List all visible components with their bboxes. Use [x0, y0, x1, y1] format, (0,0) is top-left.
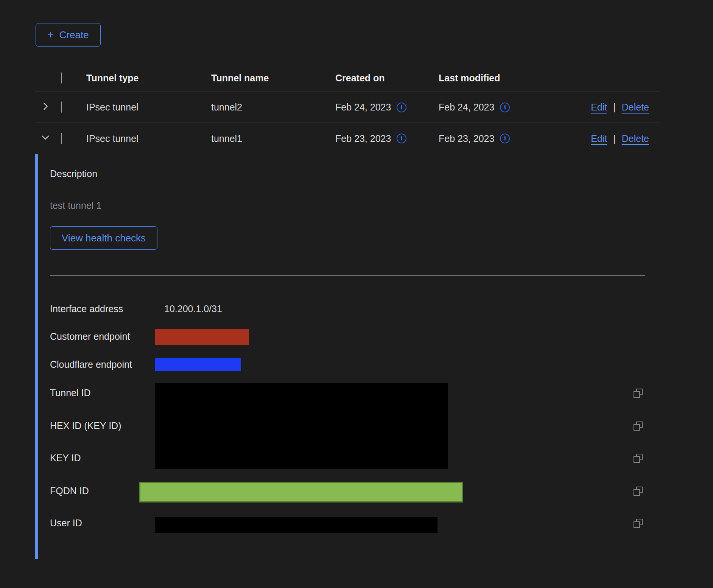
cell-created-on: Feb 23, 2023	[335, 133, 391, 144]
expanded-row-accent-bar	[35, 154, 38, 559]
section-divider	[50, 275, 645, 275]
tunnels-page: + Create Tunnel type Tunnel name Created…	[35, 0, 660, 559]
header-tunnel-type: Tunnel type	[86, 73, 211, 84]
plus-icon: +	[47, 29, 54, 40]
user-id-label: User ID	[50, 518, 82, 528]
copy-icon[interactable]	[633, 421, 643, 431]
description-label: Description	[50, 168, 97, 179]
table-row-tunnel1: IPsec tunnel tunnel1 Feb 23, 2023 i Feb …	[35, 123, 660, 154]
cell-tunnel-type: IPsec tunnel	[86, 133, 211, 144]
header-last-modified: Last modified	[439, 73, 548, 84]
fqdn-id-label: FQDN ID	[50, 485, 89, 496]
info-icon[interactable]: i	[500, 103, 510, 112]
copy-icon[interactable]	[633, 518, 643, 529]
edit-link[interactable]: Edit	[591, 133, 607, 144]
interface-address-value: 10.200.1.0/31	[164, 303, 222, 314]
action-separator: |	[613, 133, 616, 144]
info-icon[interactable]: i	[500, 134, 510, 143]
tunnel-detail-panel: Description test tunnel 1 View health ch…	[35, 154, 660, 559]
select-all-checkbox[interactable]	[61, 72, 62, 84]
cloudflare-endpoint-label: Cloudflare endpoint	[50, 359, 132, 370]
tunnels-table: Tunnel type Tunnel name Created on Last …	[35, 64, 660, 559]
delete-link[interactable]: Delete	[622, 102, 649, 113]
create-button-label: Create	[59, 29, 89, 41]
cell-tunnel-name: tunnel2	[211, 102, 335, 113]
copy-icon[interactable]	[633, 486, 643, 496]
customer-endpoint-label: Customer endpoint	[50, 331, 130, 342]
table-header-row: Tunnel type Tunnel name Created on Last …	[35, 64, 660, 92]
copy-icon[interactable]	[633, 388, 643, 398]
view-health-checks-label: View health checks	[62, 232, 146, 244]
edit-link[interactable]: Edit	[591, 102, 607, 113]
cell-last-modified: Feb 23, 2023	[439, 133, 494, 144]
action-separator: |	[613, 102, 616, 113]
cell-last-modified: Feb 24, 2023	[439, 102, 494, 113]
cell-created-on: Feb 24, 2023	[335, 102, 391, 113]
delete-link[interactable]: Delete	[622, 133, 649, 144]
info-icon[interactable]: i	[397, 134, 406, 143]
header-tunnel-name: Tunnel name	[211, 73, 335, 84]
description-value: test tunnel 1	[50, 200, 101, 211]
cloudflare-endpoint-redacted-value	[155, 358, 241, 371]
chevron-right-icon[interactable]	[40, 101, 51, 112]
view-health-checks-button[interactable]: View health checks	[50, 226, 157, 250]
create-button[interactable]: + Create	[36, 23, 101, 47]
customer-endpoint-redacted-value	[155, 329, 249, 345]
hex-id-label: HEX ID (KEY ID)	[50, 420, 121, 431]
fqdn-id-redacted-value	[139, 482, 463, 502]
cell-tunnel-type: IPsec tunnel	[86, 102, 211, 113]
table-row-tunnel2: IPsec tunnel tunnel2 Feb 24, 2023 i Feb …	[35, 92, 660, 123]
row-checkbox[interactable]	[61, 133, 62, 144]
header-created-on: Created on	[335, 73, 439, 84]
key-id-label: KEY ID	[50, 453, 81, 463]
copy-icon[interactable]	[633, 453, 643, 464]
tunnel-id-label: Tunnel ID	[50, 387, 90, 398]
row-checkbox[interactable]	[61, 101, 62, 113]
user-id-redacted-value	[155, 517, 437, 533]
info-icon[interactable]: i	[397, 103, 406, 112]
ids-redacted-value	[155, 383, 448, 469]
chevron-down-icon[interactable]	[40, 132, 51, 143]
interface-address-label: Interface address	[50, 303, 123, 314]
cell-tunnel-name: tunnel1	[211, 133, 335, 144]
